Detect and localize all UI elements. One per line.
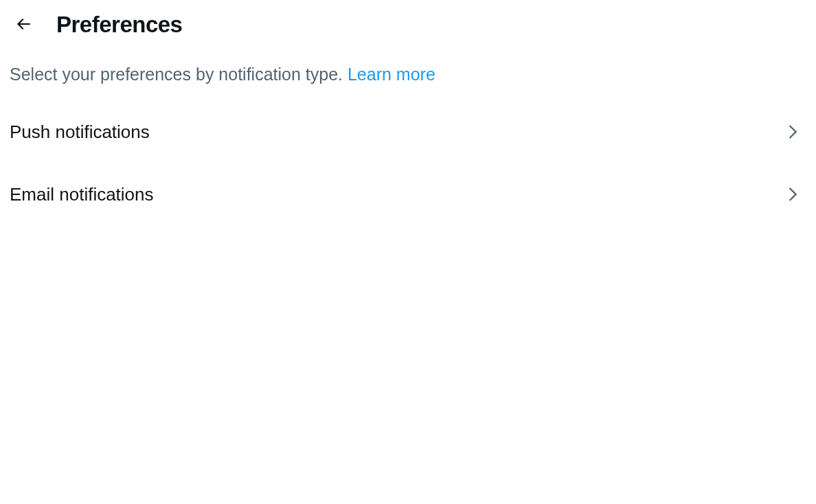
header: Preferences (0, 0, 816, 49)
chevron-right-icon (783, 122, 802, 141)
learn-more-link[interactable]: Learn more (348, 65, 435, 84)
email-notifications-item[interactable]: Email notifications (0, 163, 816, 226)
push-notifications-item[interactable]: Push notifications (0, 101, 816, 163)
list-item-label: Email notifications (10, 184, 154, 205)
chevron-right-icon (783, 185, 802, 204)
back-button[interactable] (10, 11, 37, 38)
list-item-label: Push notifications (10, 122, 150, 143)
arrow-left-icon (14, 15, 32, 35)
description-plain: Select your preferences by notification … (10, 65, 348, 84)
description-text: Select your preferences by notification … (0, 49, 816, 101)
page-title: Preferences (56, 12, 182, 38)
